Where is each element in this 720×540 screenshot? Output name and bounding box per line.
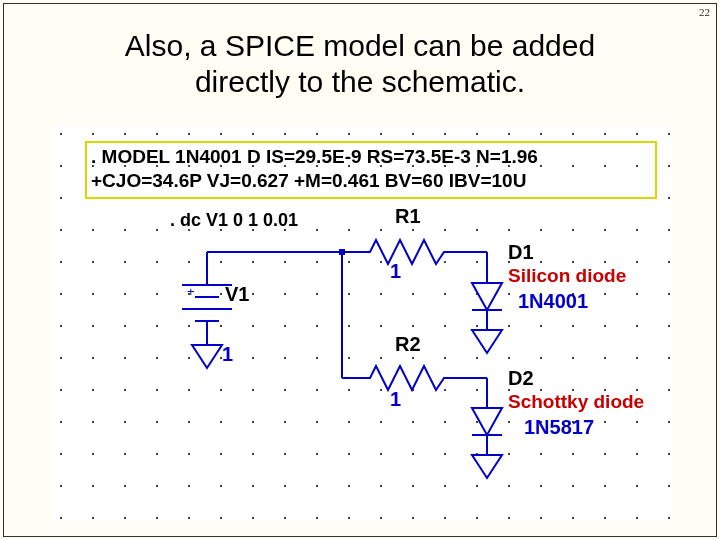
diode-d1-symbol[interactable] (472, 275, 502, 330)
v1-ref[interactable]: V1 (225, 283, 249, 306)
d2-ref[interactable]: D2 (508, 367, 534, 390)
v1-plus-icon: + (187, 284, 195, 299)
d1-ref[interactable]: D1 (508, 241, 534, 264)
title-line1: Also, a SPICE model can be added (125, 29, 595, 62)
r2-value[interactable]: 1 (390, 388, 401, 411)
page-number: 22 (699, 6, 710, 18)
svg-marker-4 (472, 330, 502, 353)
svg-marker-16 (472, 455, 502, 478)
d2-part[interactable]: 1N5817 (524, 416, 594, 439)
r2-ref[interactable]: R2 (395, 333, 421, 356)
slide-title: Also, a SPICE model can be added directl… (0, 28, 720, 100)
d1-desc: Silicon diode (508, 265, 626, 287)
v1-value[interactable]: 1 (222, 343, 233, 366)
r1-value[interactable]: 1 (390, 260, 401, 283)
d1-part[interactable]: 1N4001 (518, 290, 588, 313)
svg-marker-11 (192, 345, 222, 368)
resistor-r2-symbol[interactable] (362, 366, 452, 390)
ground-symbol-d1 (472, 330, 502, 353)
ground-symbol-v1 (192, 345, 222, 368)
title-line2: directly to the schematic. (195, 65, 525, 98)
schematic-drawing (52, 125, 672, 520)
svg-marker-1 (472, 283, 502, 310)
r1-ref[interactable]: R1 (395, 205, 421, 228)
d2-desc: Schottky diode (508, 391, 644, 413)
ground-symbol-d2 (472, 455, 502, 478)
svg-marker-13 (472, 408, 502, 435)
diode-d2-symbol[interactable] (472, 400, 502, 455)
resistor-r1-symbol[interactable] (362, 240, 452, 264)
